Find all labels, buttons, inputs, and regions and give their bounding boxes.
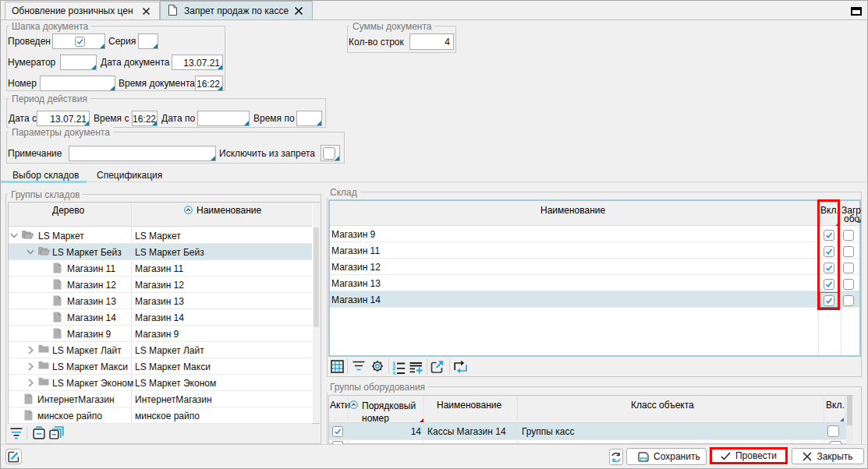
svg-text:3: 3	[392, 370, 395, 375]
